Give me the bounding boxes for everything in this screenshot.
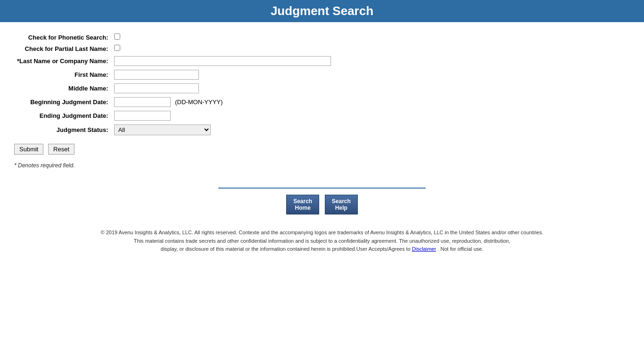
footer: © 2019 Avenu Insights & Analytics, LLC. … [14, 229, 630, 254]
first-name-input[interactable] [114, 70, 199, 80]
first-name-label: First Name: [74, 71, 108, 78]
judgment-status-select[interactable]: All Active Satisfied Vacated [114, 124, 211, 135]
judgment-status-label: Judgment Status: [57, 126, 108, 133]
search-home-button[interactable]: SearchHome [286, 195, 319, 214]
nav-buttons: SearchHome SearchHelp [14, 195, 630, 214]
submit-button[interactable]: Submit [14, 144, 43, 155]
footer-line1: © 2019 Avenu Insights & Analytics, LLC. … [33, 229, 611, 237]
footer-line3: display, or disclosure of this material … [33, 245, 611, 254]
ending-date-input[interactable] [114, 111, 171, 121]
date-format-hint: (DD-MON-YYYY) [175, 99, 223, 106]
beginning-date-input[interactable] [114, 97, 171, 107]
footer-line2: This material contains trade secrets and… [33, 237, 611, 246]
divider-line [218, 188, 426, 189]
middle-name-input[interactable] [114, 83, 199, 93]
last-name-label: *Last Name or Company Name: [17, 58, 108, 65]
ending-date-label: Ending Judgment Date: [40, 112, 108, 119]
footer-line4: . Not for official use. [438, 246, 483, 252]
button-row: Submit Reset [14, 144, 630, 155]
partial-last-name-label: Check for Partial Last Name: [25, 45, 108, 52]
main-content: Check for Phonetic Search: Check for Par… [0, 22, 644, 263]
search-form: Check for Phonetic Search: Check for Par… [14, 32, 334, 137]
page-title: Judgment Search [0, 4, 644, 18]
middle-name-label: Middle Name: [68, 85, 108, 92]
phonetic-search-label: Check for Phonetic Search: [28, 34, 108, 41]
partial-last-name-checkbox[interactable] [114, 45, 120, 51]
phonetic-search-checkbox[interactable] [114, 33, 120, 40]
reset-button[interactable]: Reset [48, 144, 74, 155]
beginning-date-label: Beginning Judgment Date: [30, 99, 108, 106]
last-name-input[interactable] [114, 56, 331, 66]
footer-line3-text: display, or disclosure of this material … [161, 246, 411, 252]
disclaimer-link[interactable]: Disclaimer [412, 246, 436, 252]
search-help-button[interactable]: SearchHelp [325, 195, 358, 214]
divider-container [14, 183, 630, 190]
page-header: Judgment Search [0, 0, 644, 22]
required-note: * Denotes required field. [14, 162, 630, 169]
